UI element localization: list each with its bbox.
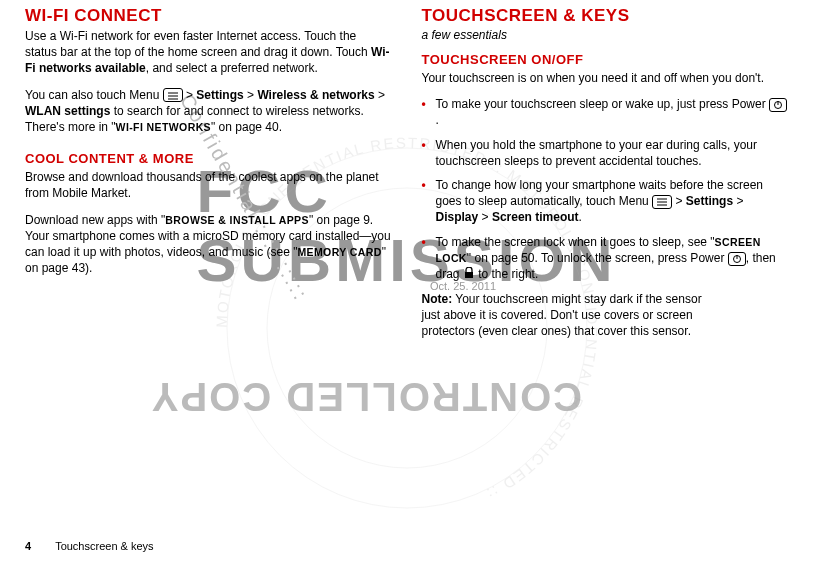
text: To make the screen lock when it goes to … — [436, 235, 715, 249]
text: " on page 50. To unlock the screen, pres… — [467, 251, 728, 265]
text: > — [183, 88, 197, 102]
text: " on page 40. — [211, 120, 282, 134]
footer-section: Touchscreen & keys — [55, 540, 153, 552]
text: Download new apps with " — [25, 213, 165, 227]
list-item: When you hold the smartphone to your ear… — [422, 137, 789, 169]
heading-cool-content: COOL CONTENT & MORE — [25, 151, 392, 166]
text-bold: Wireless & networks — [257, 88, 374, 102]
power-icon — [728, 252, 746, 266]
text: to the right. — [475, 267, 538, 281]
text: To make your touchscreen sleep or wake u… — [436, 97, 770, 111]
left-column: WI-FI CONNECT Use a Wi-Fi network for ev… — [25, 0, 392, 520]
text: > — [672, 194, 686, 208]
subtitle: a few essentials — [422, 28, 789, 42]
text: , and select a preferred network. — [146, 61, 318, 75]
text-bold: Screen timeout — [492, 210, 579, 224]
text: > — [375, 88, 385, 102]
text: . — [579, 210, 582, 224]
note-label: Note: — [422, 292, 453, 306]
cool-para-2: Download new apps with "BROWSE & INSTALL… — [25, 212, 392, 277]
text: You can also touch Menu — [25, 88, 163, 102]
bullet-list: To make your touchscreen sleep or wake u… — [422, 96, 789, 283]
text: > — [733, 194, 743, 208]
list-item: To make your touchscreen sleep or wake u… — [422, 96, 789, 128]
heading-touchscreen-keys: TOUCHSCREEN & KEYS — [422, 6, 789, 26]
menu-icon — [163, 88, 183, 102]
svg-rect-13 — [465, 272, 473, 278]
text-bold: WLAN settings — [25, 104, 110, 118]
text-bold: Display — [436, 210, 479, 224]
text: > — [478, 210, 492, 224]
list-item: To make the screen lock when it goes to … — [422, 234, 789, 283]
cool-para-1: Browse and download thousands of the coo… — [25, 169, 392, 201]
text-bold: Settings — [686, 194, 733, 208]
wifi-para-1: Use a Wi-Fi network for even faster Inte… — [25, 28, 392, 77]
heading-wifi-connect: WI-FI CONNECT — [25, 6, 392, 26]
text: . — [436, 113, 439, 127]
text: > — [244, 88, 258, 102]
right-column: TOUCHSCREEN & KEYS a few essentials TOUC… — [422, 0, 789, 520]
note-paragraph: Note: Your touchscreen might stay dark i… — [422, 291, 722, 340]
text-small-caps: MEMORY CARD — [297, 246, 381, 258]
wifi-para-2: You can also touch Menu > Settings > Wir… — [25, 87, 392, 136]
text-small-caps: WI-FI NETWORKS — [116, 121, 211, 133]
menu-icon — [652, 195, 672, 209]
lock-icon — [463, 267, 475, 283]
page-footer: 4 Touchscreen & keys — [25, 540, 154, 552]
power-icon — [769, 98, 787, 112]
list-item: To change how long your smartphone waits… — [422, 177, 789, 226]
heading-touchscreen-onoff: TOUCHSCREEN ON/OFF — [422, 52, 789, 67]
onoff-intro: Your touchscreen is on when you need it … — [422, 70, 789, 86]
note-text: Your touchscreen might stay dark if the … — [422, 292, 702, 338]
text: Use a Wi-Fi network for even faster Inte… — [25, 29, 371, 59]
text-small-caps: BROWSE & INSTALL APPS — [165, 214, 309, 226]
page-number: 4 — [25, 540, 31, 552]
text-bold: Settings — [196, 88, 243, 102]
